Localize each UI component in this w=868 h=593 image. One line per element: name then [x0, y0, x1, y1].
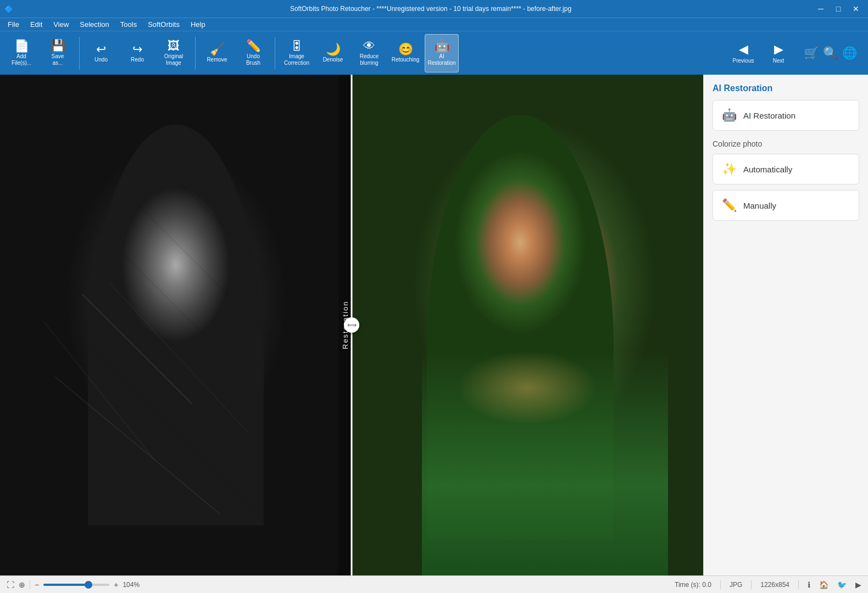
close-button[interactable]: ✕ — [848, 1, 864, 16]
add-files-button[interactable]: 📄 AddFile(s)... — [4, 34, 38, 72]
resolution-label: 1226x854 — [760, 581, 789, 589]
play-icon[interactable]: ▶ — [855, 580, 861, 589]
menu-bar: File Edit View Selection Tools SoftOrbit… — [0, 18, 868, 31]
next-label: Next — [773, 58, 784, 64]
canvas-area: ⟺ Restoration — [0, 75, 703, 575]
nav-buttons: ◀ Previous ▶ Next — [727, 34, 795, 72]
menu-edit[interactable]: Edit — [25, 19, 48, 30]
maximize-button[interactable]: □ — [831, 1, 846, 16]
window-title: SoftOrbits Photo Retoucher - ****Unregis… — [48, 5, 813, 13]
automatically-label: Automatically — [743, 165, 792, 174]
ai-restoration-panel-button[interactable]: 🤖 AI Restoration — [713, 100, 859, 131]
bw-person-silhouette — [88, 125, 264, 525]
panel-title: AI Restoration — [713, 83, 859, 93]
status-sep-2 — [720, 580, 721, 589]
next-icon: ▶ — [774, 42, 783, 57]
format-label: JPG — [730, 581, 742, 589]
zoom-plus-icon[interactable]: + — [114, 580, 118, 589]
zoom-in-icon[interactable]: ⊕ — [19, 580, 25, 589]
main-area: ⟺ Restoration AI Restoration 🤖 AI Restor… — [0, 75, 868, 575]
ai-restoration-panel-label: AI Restoration — [743, 111, 795, 120]
toolbar: 📄 AddFile(s)... 💾 Saveas... ↩ Undo ↪ Red… — [0, 31, 868, 75]
toolbar-sep-2 — [195, 37, 196, 70]
redo-label: Redo — [131, 57, 144, 63]
image-split: ⟺ Restoration — [0, 75, 703, 575]
status-bar-right: Time (s): 0.0 JPG 1226x854 ℹ 🏠 🐦 ▶ — [675, 580, 861, 589]
manual-icon: ✏️ — [722, 198, 737, 212]
search-icon[interactable]: 🔍 — [823, 46, 838, 60]
time-label: Time (s): 0.0 — [675, 581, 711, 589]
remove-button[interactable]: 🧹 Remove — [200, 34, 234, 72]
status-sep-3 — [751, 580, 752, 589]
previous-button[interactable]: ◀ Previous — [727, 34, 760, 72]
status-bar-left: ⛶ ⊕ − + 104% — [7, 580, 666, 589]
ai-restoration-toolbar-icon: 🤖 — [435, 40, 449, 52]
zoom-minus-icon[interactable]: − — [35, 580, 39, 589]
add-files-label: AddFile(s)... — [12, 53, 31, 66]
save-as-icon: 💾 — [51, 40, 65, 52]
extra-icons: 🛒 🔍 🌐 — [797, 46, 864, 60]
manually-button[interactable]: ✏️ Manually — [713, 190, 859, 221]
split-handle[interactable]: ⟺ — [344, 317, 359, 333]
next-button[interactable]: ▶ Next — [762, 34, 795, 72]
ai-restoration-toolbar-label: AIRestoration — [427, 53, 455, 66]
minimize-button[interactable]: ─ — [813, 1, 828, 16]
menu-softorbits[interactable]: SoftOrbits — [142, 19, 185, 30]
zoom-slider[interactable] — [43, 584, 109, 586]
menu-view[interactable]: View — [48, 19, 74, 30]
image-correction-icon: 🎛 — [291, 40, 303, 52]
menu-file[interactable]: File — [2, 19, 25, 30]
previous-label: Previous — [733, 58, 754, 64]
svg-line-2 — [110, 283, 247, 432]
reduce-blurring-button[interactable]: 👁 Reduceblurring — [352, 34, 386, 72]
auto-icon: ✨ — [722, 162, 737, 176]
original-image-icon: 🖼 — [168, 40, 180, 52]
redo-icon: ↪ — [132, 43, 142, 55]
svg-line-1 — [44, 322, 154, 459]
twitter-icon[interactable]: 🐦 — [837, 580, 847, 589]
denoise-icon: 🌙 — [326, 43, 341, 55]
image-correction-button[interactable]: 🎛 ImageCorrection — [280, 34, 314, 72]
denoise-label: Denoise — [323, 57, 343, 63]
previous-icon: ◀ — [739, 42, 748, 57]
zoom-value: 104% — [123, 581, 140, 589]
reduce-blurring-icon: 👁 — [363, 40, 375, 52]
zoom-track — [43, 584, 90, 586]
status-sep-4 — [798, 580, 799, 589]
undo-brush-label: UndoBrush — [246, 53, 260, 66]
colorize-title: Colorize photo — [713, 139, 859, 148]
title-bar: 🔷 SoftOrbits Photo Retoucher - ****Unreg… — [0, 0, 868, 18]
undo-button[interactable]: ↩ Undo — [84, 34, 118, 72]
original-image-button[interactable]: 🖼 OriginalImage — [157, 34, 191, 72]
denoise-button[interactable]: 🌙 Denoise — [316, 34, 350, 72]
add-files-icon: 📄 — [14, 40, 29, 52]
redo-button[interactable]: ↪ Redo — [120, 34, 154, 72]
save-as-button[interactable]: 💾 Saveas... — [41, 34, 75, 72]
retouching-button[interactable]: 😊 Retouching — [388, 34, 422, 72]
cart-icon[interactable]: 🛒 — [804, 46, 819, 60]
right-panel: AI Restoration 🤖 AI Restoration Colorize… — [703, 75, 868, 575]
reduce-blurring-label: Reduceblurring — [360, 53, 379, 66]
automatically-button[interactable]: ✨ Automatically — [713, 154, 859, 184]
menu-help[interactable]: Help — [185, 19, 211, 30]
undo-brush-icon: ✏️ — [246, 40, 261, 52]
ai-restoration-toolbar-button[interactable]: 🤖 AIRestoration — [425, 34, 459, 72]
home-icon[interactable]: 🏠 — [819, 580, 828, 589]
menu-tools[interactable]: Tools — [115, 19, 142, 30]
after-image — [352, 75, 703, 575]
jewelry-overlay — [457, 350, 598, 426]
toolbar-sep-1 — [79, 37, 80, 70]
fit-icon[interactable]: ⛶ — [7, 580, 14, 589]
globe-icon[interactable]: 🌐 — [842, 46, 857, 60]
status-bar: ⛶ ⊕ − + 104% Time (s): 0.0 JPG 1226x854 … — [0, 575, 868, 593]
save-as-label: Saveas... — [52, 53, 64, 66]
zoom-thumb[interactable] — [85, 581, 92, 589]
window-controls: ─ □ ✕ — [813, 1, 864, 16]
status-sep-1 — [30, 580, 30, 589]
toolbar-sep-3 — [275, 37, 275, 70]
image-correction-label: ImageCorrection — [284, 53, 309, 66]
before-image — [0, 75, 352, 575]
menu-selection[interactable]: Selection — [74, 19, 114, 30]
undo-brush-button[interactable]: ✏️ UndoBrush — [236, 34, 270, 72]
info-icon[interactable]: ℹ — [808, 580, 810, 589]
